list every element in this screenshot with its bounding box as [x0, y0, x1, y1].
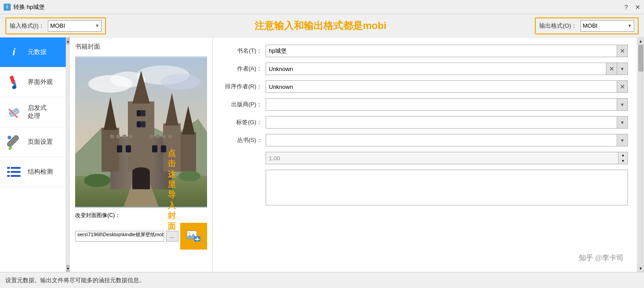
- content-area: 书籍封面: [70, 38, 644, 272]
- sidebar-label-trigger: 启发式 处理: [28, 104, 47, 120]
- svg-point-53: [188, 232, 190, 234]
- meta-tags-input-wrap: ▼: [266, 116, 628, 129]
- cover-image-container[interactable]: [75, 56, 207, 208]
- sidebar: i 元数据 界面外观: [0, 38, 66, 272]
- sidebar-item-structure[interactable]: 结构检测: [0, 157, 66, 187]
- status-bar: 设置元数据。输出文件将尽可能多的涵括元数据信息。: [0, 272, 644, 288]
- meta-panel: 书名(T)： ✕ 作者(A)： ✕ ▼ 排序作者(R)：: [213, 38, 637, 272]
- cover-change-label: 改变封面图像(C)：: [75, 212, 120, 219]
- meta-sort-author-input[interactable]: [266, 81, 617, 92]
- sidebar-container: i 元数据 界面外观: [0, 38, 70, 272]
- pagesetup-icon: [4, 133, 23, 151]
- svg-point-48: [132, 167, 150, 176]
- svg-rect-28: [181, 132, 196, 172]
- output-format-arrow-icon: ▼: [627, 23, 632, 28]
- input-format-select[interactable]: MOBI ▼: [48, 20, 102, 32]
- series-number-wrap: ▲ ▼: [266, 152, 628, 164]
- sidebar-label-appearance: 界面外观: [28, 78, 53, 86]
- scrollbar-track: [638, 45, 644, 265]
- scroll-down-arrow[interactable]: ▼: [637, 265, 644, 272]
- window-title: 转换 hp城堡: [13, 3, 45, 11]
- top-bar: 输入格式(I)： MOBI ▼ 注意输入和输出格式都是mobi 输出格式(O)：…: [0, 14, 644, 38]
- main-layout: i 元数据 界面外观: [0, 38, 644, 272]
- meta-title-input[interactable]: [266, 45, 617, 57]
- bandage-icon: [5, 104, 22, 121]
- meta-sort-author-clear-button[interactable]: ✕: [617, 81, 627, 92]
- meta-row-author: 作者(A)： ✕ ▼: [222, 63, 628, 75]
- svg-rect-32: [137, 121, 141, 127]
- meta-row-description: [222, 170, 628, 205]
- meta-title-clear-button[interactable]: ✕: [617, 45, 627, 57]
- meta-author-dropdown-button[interactable]: ▼: [617, 63, 627, 75]
- cover-panel: 书籍封面: [70, 38, 213, 272]
- meta-row-sort-author: 排序作者(R)： ✕: [222, 80, 628, 93]
- meta-row-series: 丛书(S)： ▼: [222, 134, 628, 146]
- svg-rect-56: [195, 239, 199, 240]
- close-button[interactable]: ✕: [635, 4, 640, 11]
- svg-rect-30: [137, 110, 141, 117]
- sidebar-item-appearance[interactable]: 界面外观: [0, 67, 66, 97]
- meta-description-textarea[interactable]: [266, 170, 628, 205]
- meta-tags-input[interactable]: [266, 117, 617, 128]
- meta-publisher-input-wrap: ▼: [266, 98, 628, 111]
- series-number-input[interactable]: [266, 155, 618, 162]
- meta-tags-dropdown-button[interactable]: ▼: [617, 117, 627, 128]
- svg-point-49: [84, 174, 110, 187]
- svg-rect-10: [7, 171, 10, 173]
- svg-rect-44: [162, 135, 166, 138]
- sidebar-label-structure: 结构检测: [28, 168, 53, 176]
- output-format-select[interactable]: MOBI ▼: [580, 20, 634, 32]
- series-num-up-button[interactable]: ▲: [619, 152, 627, 158]
- sidebar-scrollbar: ▲ ▼: [66, 38, 70, 272]
- meta-series-input-wrap: ▼: [266, 134, 628, 146]
- meta-author-label: 作者(A)：: [222, 65, 262, 73]
- series-num-down-button[interactable]: ▼: [619, 158, 627, 164]
- meta-publisher-dropdown-button[interactable]: ▼: [617, 99, 627, 110]
- svg-rect-9: [11, 167, 21, 169]
- sidebar-item-trigger[interactable]: 启发式 处理: [0, 97, 66, 127]
- top-bar-notice: 注意输入和输出格式都是mobi: [106, 19, 535, 33]
- meta-author-clear-button[interactable]: ✕: [606, 63, 617, 75]
- cover-annotation: 点击这里 导入封面: [168, 148, 176, 232]
- sidebar-scroll-down[interactable]: ▼: [66, 265, 70, 272]
- status-text: 设置元数据。输出文件将尽可能多的涵括元数据信息。: [5, 276, 145, 284]
- help-button[interactable]: ?: [624, 4, 628, 11]
- scroll-up-arrow[interactable]: ▲: [637, 38, 644, 45]
- svg-rect-39: [116, 135, 120, 138]
- meta-series-input[interactable]: [266, 134, 617, 146]
- title-bar-left: i 转换 hp城堡: [4, 3, 45, 11]
- svg-rect-8: [7, 167, 10, 169]
- cover-import-button[interactable]: [180, 223, 207, 250]
- meta-row-title: 书名(T)： ✕: [222, 45, 628, 57]
- sidebar-label-pagesetup: 页面设置: [28, 138, 53, 146]
- meta-title-label: 书名(T)：: [222, 47, 262, 55]
- list-icon: [5, 163, 22, 180]
- cover-change-row: 改变封面图像(C)：: [75, 212, 207, 219]
- import-image-icon: [186, 230, 201, 242]
- input-format-arrow-icon: ▼: [95, 23, 99, 28]
- svg-rect-42: [150, 135, 153, 138]
- info-icon: i: [5, 44, 22, 61]
- sidebar-scroll-up[interactable]: ▲: [66, 38, 70, 45]
- svg-rect-43: [156, 135, 160, 138]
- svg-rect-35: [126, 146, 131, 153]
- meta-title-input-wrap: ✕: [266, 45, 628, 57]
- svg-rect-33: [141, 121, 146, 127]
- browse-icon: ...: [170, 234, 174, 239]
- svg-rect-13: [11, 175, 21, 177]
- title-bar: i 转换 hp城堡 ? ✕: [0, 0, 644, 14]
- meta-publisher-input[interactable]: [266, 99, 617, 110]
- scrollbar-thumb[interactable]: [638, 45, 644, 71]
- app-icon: i: [4, 4, 11, 11]
- sidebar-item-metadata[interactable]: i 元数据: [0, 38, 66, 67]
- cover-import-container: 点击这里 导入封面: [180, 223, 207, 250]
- cover-browse-button[interactable]: ...: [166, 231, 178, 242]
- meta-series-dropdown-button[interactable]: ▼: [617, 134, 627, 146]
- sidebar-item-pagesetup[interactable]: 页面设置: [0, 127, 66, 157]
- svg-rect-37: [161, 146, 166, 153]
- right-scrollbar: ▲ ▼: [637, 38, 644, 272]
- structure-icon: [4, 163, 23, 181]
- svg-point-18: [161, 74, 201, 89]
- meta-sort-author-input-wrap: ✕: [266, 80, 628, 93]
- meta-author-input[interactable]: [266, 63, 606, 75]
